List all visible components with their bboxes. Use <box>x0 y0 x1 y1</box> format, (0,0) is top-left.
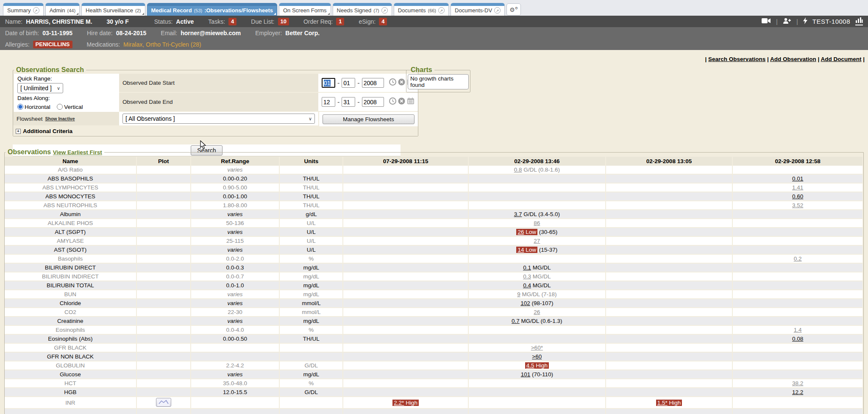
observation-value-link[interactable]: 1.4 <box>794 327 802 333</box>
observation-value-link[interactable]: 26 <box>517 229 524 235</box>
patient-hire-date: 08-24-2015 <box>116 30 147 36</box>
quick-range-select[interactable]: [ Unlimited ]∨ <box>17 83 63 93</box>
observation-value-cell: 0.60 <box>733 192 863 201</box>
observation-value-cell <box>606 308 733 317</box>
video-camera-icon[interactable] <box>762 18 771 25</box>
observation-value-link[interactable]: 0.3 <box>523 273 531 280</box>
tab-on-screen-forms[interactable]: On Screen Forms <box>279 3 331 16</box>
observation-value-link[interactable]: >60 <box>532 353 542 360</box>
units <box>280 166 343 175</box>
open-in-new-icon[interactable]: ↗ <box>494 7 501 14</box>
manage-flowsheets-button[interactable]: Manage Flowsheets <box>323 114 415 124</box>
observation-value-link[interactable]: 3.7 <box>514 211 522 217</box>
date-end-day-input[interactable]: 31 <box>342 97 355 107</box>
add-document-link[interactable]: Add Document <box>821 56 861 62</box>
flowsheet-select[interactable]: [ All Observations ]∨ <box>122 114 315 124</box>
observation-value-link[interactable]: 1.5* <box>657 400 668 406</box>
search-observations-link[interactable]: Search Observations <box>708 56 765 62</box>
observation-value-link[interactable]: 2.2* <box>394 400 404 406</box>
tab-documents-dv[interactable]: Documents-DV↗ <box>451 3 505 16</box>
observation-value-link[interactable]: >60* <box>531 345 543 351</box>
observation-value-link[interactable]: 0.8 <box>514 167 522 173</box>
ref-range: varies <box>191 210 280 219</box>
observation-value-link[interactable]: 102 <box>520 300 530 306</box>
units: U/L <box>280 228 343 237</box>
tab-health-surveillance[interactable]: Health Surveillance (2) <box>81 3 145 16</box>
date-end-month-input[interactable]: 12 <box>322 97 335 107</box>
observation-value-link[interactable]: 26 <box>534 309 540 315</box>
date-start-day-input[interactable]: 01 <box>342 78 355 88</box>
esign-count-badge[interactable]: 4 <box>379 18 387 25</box>
tasks-count-badge[interactable]: 4 <box>228 18 236 25</box>
observation-value-cell <box>733 166 863 175</box>
clock-icon[interactable] <box>389 97 396 106</box>
observation-value-link[interactable]: 12.2 <box>792 389 803 395</box>
plot-cell <box>137 175 191 183</box>
open-in-new-icon[interactable]: ↗ <box>438 7 445 14</box>
clear-date-icon[interactable] <box>398 78 405 87</box>
observation-value-link[interactable]: 38.2 <box>792 380 803 386</box>
observation-value-link[interactable]: 1.41 <box>792 184 803 191</box>
observation-value-link[interactable]: 27 <box>534 238 540 244</box>
bar-chart-icon[interactable] <box>855 17 863 25</box>
tab-admin[interactable]: Admin (44) <box>45 3 80 16</box>
show-inactive-link[interactable]: Show Inactive <box>45 116 75 121</box>
observation-value-cell: 102 (98-107) <box>469 299 606 308</box>
observation-value-link[interactable]: 0.1 <box>523 264 531 271</box>
observation-value-link[interactable]: 9 <box>517 291 520 297</box>
medication-link[interactable]: Miralax <box>123 41 142 48</box>
units: TH/UL <box>280 335 343 344</box>
open-in-new-icon[interactable]: ↗ <box>381 7 388 14</box>
observation-value-link[interactable]: 86 <box>534 220 540 226</box>
clear-date-icon[interactable] <box>398 97 405 106</box>
observation-name: ABS BASOPHILS <box>5 175 137 183</box>
allergy-badge[interactable]: PENICILLINS <box>33 41 72 48</box>
observation-value-cell <box>606 264 733 272</box>
tab-needs-signed[interactable]: Needs Signed (7)↗ <box>333 3 392 16</box>
open-in-new-icon[interactable]: ↗ <box>33 7 39 14</box>
observation-value-link[interactable]: 0.7 <box>512 318 520 324</box>
tab-documents[interactable]: Documents (66)↗ <box>394 3 449 16</box>
clock-icon[interactable] <box>389 78 396 87</box>
observation-value-link[interactable]: 14 <box>517 247 524 253</box>
observation-name: GLOBULIN <box>5 361 137 370</box>
tab-summary[interactable]: Summary↗ <box>3 3 44 16</box>
ref-range: 25-115 <box>191 237 280 246</box>
observation-value-link[interactable]: 101 <box>521 371 531 378</box>
expand-plus-icon[interactable]: + <box>16 129 21 134</box>
observation-value-link[interactable]: 0.08 <box>792 336 803 342</box>
plot-sparkline-button[interactable] <box>156 398 171 407</box>
observation-value-link[interactable]: 4.5 <box>526 362 534 369</box>
observation-value-cell <box>606 344 733 353</box>
settings-gear-button[interactable]: ⚙⚙ <box>506 3 521 16</box>
tab-suffix: :Observations/Flowsheets <box>204 7 273 14</box>
view-earliest-first-link[interactable]: View Earliest First <box>53 149 102 156</box>
order-req-count-badge[interactable]: 1 <box>336 18 344 25</box>
observation-value-link[interactable]: 3.52 <box>792 202 803 208</box>
observation-value-link[interactable]: 0.4 <box>523 282 531 289</box>
date-start-year-input[interactable]: 2008 <box>362 78 384 88</box>
tab-medical-record[interactable]: Medical Record (53):Observations/Flowshe… <box>147 3 277 16</box>
dates-along-horizontal-radio[interactable] <box>17 104 23 110</box>
empty-cell <box>733 409 863 414</box>
add-observation-link[interactable]: Add Observation <box>770 56 816 62</box>
date-end-year-input[interactable]: 2008 <box>362 97 384 107</box>
observations-search-title: Observations Search <box>14 66 86 74</box>
due-list-count-badge[interactable]: 10 <box>278 18 289 25</box>
plot-cell <box>137 237 191 246</box>
add-person-icon[interactable] <box>783 18 791 25</box>
table-row-abs-neutrophils: ABS NEUTROPHILS1.80-8.00TH/UL3.52 <box>5 201 863 210</box>
observation-value-link[interactable]: 0.01 <box>792 175 803 182</box>
calendar-icon[interactable] <box>407 97 415 106</box>
lightning-icon[interactable] <box>803 17 807 25</box>
dates-along-vertical-radio[interactable] <box>57 104 63 110</box>
tab-label: Documents <box>398 7 426 14</box>
observation-value-link[interactable]: 0.2 <box>794 256 802 262</box>
medication-link[interactable]: Ortho Tri-Cyclen (28) <box>146 41 201 48</box>
patient-status: Active <box>176 18 194 25</box>
units: TH/UL <box>280 201 343 210</box>
ref-range: varies <box>191 290 280 299</box>
date-start-month-input[interactable]: 01 <box>322 78 335 88</box>
observation-value-link[interactable]: 0.60 <box>792 193 803 200</box>
observation-name: INR <box>5 397 137 409</box>
